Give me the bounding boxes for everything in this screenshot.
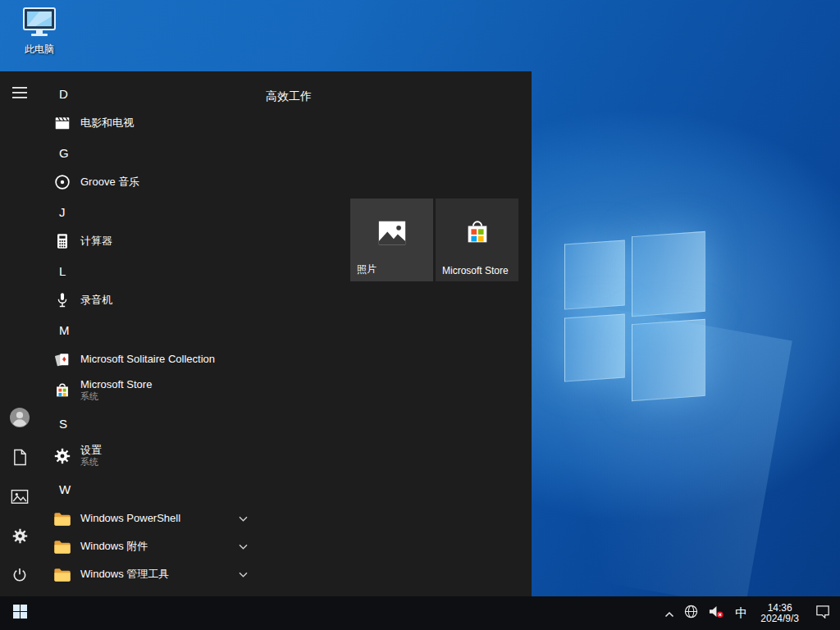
chevron-up-icon [664,606,674,621]
user-avatar-icon [9,407,30,431]
app-item-label: Windows 管理工具 [80,568,169,581]
tile-area: 高效工作 照片 [266,71,532,596]
user-account-button[interactable] [0,399,39,439]
folder-icon [52,564,72,584]
app-item-label: 设置 [80,445,102,457]
tile-grid: 照片 Microsoft Store [350,199,532,281]
tray-expand-button[interactable] [660,596,679,630]
this-pc-icon [21,7,57,41]
app-item-settings[interactable]: 设置 系统 [39,439,266,473]
system-tray: 中 14:36 2024/9/3 [660,596,840,630]
calculator-icon [52,231,72,251]
section-letter: S [59,417,67,431]
app-item-microsoft-store[interactable]: Microsoft Store 系统 [39,373,266,408]
chevron-down-icon[interactable] [239,516,248,522]
app-list-letter-w[interactable]: W [39,473,266,504]
groove-music-icon [52,172,72,192]
power-icon [11,567,28,587]
app-item-label: Microsoft Store [80,379,152,391]
microsoft-store-icon [52,381,72,400]
network-status-button[interactable] [679,596,703,630]
start-menu-rail [0,71,39,596]
power-button[interactable] [0,557,39,596]
tile-photos[interactable]: 照片 [350,199,433,281]
app-item-movies-tv[interactable]: 电影和电视 [39,109,266,137]
app-list-letter-d[interactable]: D [39,78,266,109]
app-item-label: 录音机 [80,294,112,307]
chevron-down-icon[interactable] [239,544,248,550]
tile-group-title[interactable]: 高效工作 [266,89,312,104]
microsoft-store-icon [463,219,491,247]
start-button[interactable] [0,596,39,630]
clock-date: 2024/9/3 [760,614,799,624]
windows-logo-pane [632,231,705,317]
app-group-windows-powershell[interactable]: Windows PowerShell [39,504,266,532]
hamburger-icon [12,87,27,102]
section-letter: J [59,205,66,219]
app-group-windows-admin-tools[interactable]: Windows 管理工具 [39,560,266,588]
app-item-label: 计算器 [80,235,112,248]
taskbar-clock[interactable]: 14:36 2024/9/3 [754,596,806,630]
app-item-label: Microsoft Solitaire Collection [80,354,215,366]
windows-logo-pane [564,240,625,309]
app-item-groove-music[interactable]: Groove 音乐 [39,168,266,196]
app-group-windows-accessories[interactable]: Windows 附件 [39,532,266,560]
app-list: D 电影和电视 G Groove 音乐 [39,71,266,596]
app-item-label: 电影和电视 [80,117,134,130]
folder-icon [52,536,72,556]
app-list-letter-s[interactable]: S [39,408,266,439]
app-list-letter-g[interactable]: G [39,137,266,168]
ime-indicator[interactable]: 中 [728,596,754,630]
volume-muted-icon [708,605,724,622]
document-icon [12,449,28,469]
movies-tv-icon [52,113,72,133]
microphone-icon [52,290,72,310]
globe-network-icon [684,605,698,622]
windows-logo-pane [632,319,705,401]
taskbar: 中 14:36 2024/9/3 [0,596,840,630]
app-list-letter-j[interactable]: J [39,196,266,227]
settings-button[interactable] [0,518,39,557]
app-list-letter-l[interactable]: L [39,255,266,286]
chevron-down-icon[interactable] [239,572,248,578]
app-item-calculator[interactable]: 计算器 [39,227,266,255]
documents-button[interactable] [0,439,39,478]
settings-gear-icon [52,446,72,466]
section-letter: W [59,482,71,496]
windows-logo-icon [13,605,27,622]
photos-icon [377,217,408,249]
folder-icon [52,509,72,528]
solitaire-icon [52,349,72,369]
app-group-windows-ease-of-access[interactable]: Windows 轻松使用 [39,588,266,596]
action-center-button[interactable] [806,596,840,630]
windows-logo-pane [564,313,625,381]
tile-label: Microsoft Store [442,265,509,276]
pictures-button[interactable] [0,478,39,518]
clock-time: 14:36 [768,603,792,614]
tile-label: 照片 [357,262,377,276]
app-item-label: Windows 附件 [80,541,148,553]
volume-button[interactable] [703,596,728,630]
section-letter: G [59,146,69,160]
app-item-subtitle: 系统 [80,457,102,468]
this-pc-label: 此电脑 [25,43,54,57]
gear-icon [11,527,29,548]
app-list-letter-m[interactable]: M [39,314,266,345]
section-letter: D [59,87,68,101]
rail-bottom-group [0,399,39,596]
app-item-label: Groove 音乐 [80,176,139,189]
pictures-icon [11,489,29,508]
app-item-voice-recorder[interactable]: 录音机 [39,286,266,314]
section-letter: M [59,323,70,337]
action-center-icon [815,605,830,622]
windows-logo-wallpaper [532,197,840,427]
section-letter: L [59,264,66,278]
app-item-label: Windows PowerShell [80,513,180,525]
app-item-solitaire[interactable]: Microsoft Solitaire Collection [39,345,266,373]
start-menu: D 电影和电视 G Groove 音乐 [0,71,532,596]
desktop-icon-this-pc[interactable]: 此电脑 [8,7,71,57]
tile-microsoft-store[interactable]: Microsoft Store [436,199,518,281]
app-item-subtitle: 系统 [80,391,152,402]
expand-menu-button[interactable] [0,75,39,114]
